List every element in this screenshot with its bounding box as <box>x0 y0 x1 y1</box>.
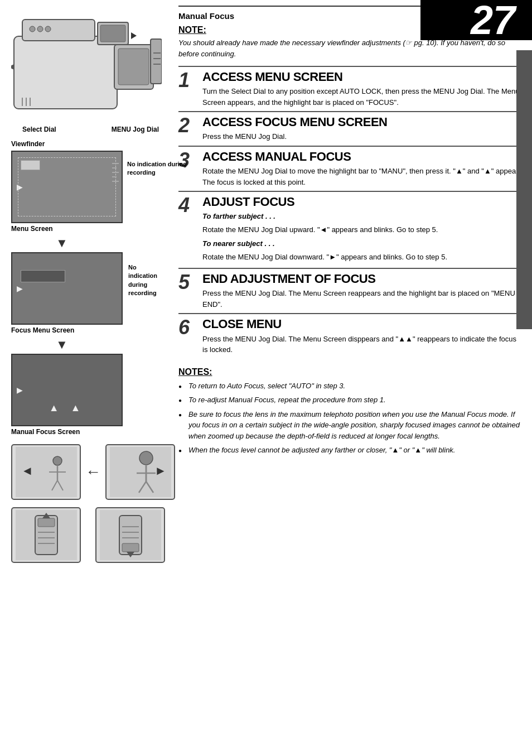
step-1-content: ACCESS MENU SCREEN Turn the Select Dial … <box>202 70 521 108</box>
notes-heading: NOTES: <box>178 367 521 377</box>
menu-screen-box: ▶ No indication during recording <box>11 151 123 223</box>
step-6-body: Press the MENU Jog Dial. The Menu Screen… <box>202 334 521 355</box>
menu-screen-section: ▶ No indication during recording Menu Sc… <box>11 151 162 233</box>
step-4-heading: ADJUST FOCUS <box>202 195 521 209</box>
svg-rect-9 <box>118 49 149 85</box>
arrow-down-2: ▼ <box>56 339 162 351</box>
step-4-sub2-head: To nearer subject . . . <box>202 239 275 248</box>
no-indication-label-1: No indication during recording <box>127 160 191 177</box>
left-column: Select Dial MENU Jog Dial Viewfinder ▶ N… <box>0 6 167 569</box>
select-dial-label: Select Dial <box>22 126 56 133</box>
svg-text:►: ► <box>154 464 167 478</box>
page-number: 27 <box>420 0 532 40</box>
step-2-number: 2 <box>178 115 198 136</box>
svg-point-19 <box>53 456 62 465</box>
step-5-content: END ADJUSTMENT OF FOCUS Press the MENU J… <box>202 272 521 310</box>
step-3-heading: ACCESS MANUAL FOCUS <box>202 150 521 163</box>
menu-screen-inner <box>18 157 116 216</box>
focus-menu-highlight <box>21 270 65 282</box>
right-column: Manual Focus NOTE: You should already ha… <box>167 6 532 569</box>
step-1-number: 1 <box>178 70 198 90</box>
dark-sidebar <box>516 50 532 329</box>
viewfinder-label: Viewfinder <box>11 140 162 148</box>
svg-rect-6 <box>100 25 125 42</box>
step-4: 4 ADJUST FOCUS To farther subject . . . … <box>178 191 521 268</box>
svg-rect-0 <box>14 36 117 109</box>
focus-menu-screen-box: ▶ <box>11 252 123 325</box>
step-2-body: Press the MENU Jog Dial. <box>202 131 521 142</box>
focus-menu-screen-caption: Focus Menu Screen <box>11 326 123 334</box>
svg-rect-10 <box>151 39 162 84</box>
mf-symbols: ▲ ▲ <box>49 402 85 414</box>
step-4-sub1-head: To farther subject . . . <box>202 212 275 220</box>
step-5-body: Press the MENU Jog Dial. The Menu Screen… <box>202 288 521 310</box>
step-5-number: 5 <box>178 272 198 292</box>
note-item-3: Be sure to focus the lens in the maximum… <box>178 409 521 442</box>
svg-marker-7 <box>131 32 137 39</box>
step-6-number: 6 <box>178 317 198 338</box>
manual-focus-screen-box: ▶ ▲ ▲ <box>11 354 123 426</box>
panel-row-2 <box>11 507 165 563</box>
step-4-sub2-body: Rotate the MENU Jog Dial downward. "►" a… <box>202 252 521 263</box>
step-2-content: ACCESS FOCUS MENU SCREEN Press the MENU … <box>202 115 521 142</box>
focus-menu-screen-section: ▶ Focus Menu Screen No indication during… <box>11 252 162 334</box>
menu-jog-dial-label: MENU Jog Dial <box>112 126 159 133</box>
step-5: 5 END ADJUSTMENT OF FOCUS Press the MENU… <box>178 268 521 313</box>
step-1-heading: ACCESS MENU SCREEN <box>202 70 521 84</box>
step-6-heading: CLOSE MENU <box>202 317 521 331</box>
panel-jog-down <box>95 507 165 563</box>
step-1-body: Turn the Select Dial to any position exc… <box>202 86 521 108</box>
svg-point-4 <box>45 26 51 32</box>
svg-point-3 <box>37 26 43 32</box>
svg-rect-34 <box>38 518 55 527</box>
notes-list: To return to Auto Focus, select "AUTO" i… <box>178 381 521 456</box>
panel-far-subject: ◄ <box>11 444 81 500</box>
step-4-body: To farther subject . . . Rotate the MENU… <box>202 211 521 262</box>
tick-marks <box>112 163 119 182</box>
note-text: You should already have made the necessa… <box>178 37 521 59</box>
notes-section: NOTES: To return to Auto Focus, select "… <box>178 367 521 456</box>
step-6: 6 CLOSE MENU Press the MENU Jog Dial. Th… <box>178 313 521 358</box>
step-2-heading: ACCESS FOCUS MENU SCREEN <box>202 115 521 129</box>
panel-near-subject: ► <box>105 444 175 500</box>
mf-screen-triangle: ▶ <box>17 386 23 394</box>
step-4-sub1-body: Rotate the MENU Jog Dial upward. "◄" app… <box>202 224 521 235</box>
camera-illustration <box>11 11 156 123</box>
step-6-content: CLOSE MENU Press the MENU Jog Dial. The … <box>202 317 521 355</box>
svg-point-2 <box>30 26 35 32</box>
focus-menu-triangle: ▶ <box>17 284 23 293</box>
step-4-content: ADJUST FOCUS To farther subject . . . Ro… <box>202 195 521 264</box>
svg-point-26 <box>139 451 153 465</box>
camera-labels: Select Dial MENU Jog Dial <box>11 126 162 133</box>
arrow-down-1: ▼ <box>56 237 162 249</box>
step-4-number: 4 <box>178 195 198 215</box>
step-3: 3 ACCESS MANUAL FOCUS Rotate the MENU Jo… <box>178 146 521 191</box>
panel-left-arrow: ← <box>85 463 101 481</box>
note-item-1: To return to Auto Focus, select "AUTO" i… <box>178 381 521 392</box>
no-indication-label-2: No indication during recording <box>128 263 162 298</box>
step-1: 1 ACCESS MENU SCREEN Turn the Select Dia… <box>178 66 521 111</box>
manual-focus-screen-caption: Manual Focus Screen <box>11 428 162 436</box>
step-3-content: ACCESS MANUAL FOCUS Rotate the MENU Jog … <box>202 150 521 187</box>
bottom-panels: ◄ ← ► <box>11 444 167 563</box>
svg-rect-41 <box>122 543 139 552</box>
note-item-4: When the focus level cannot be adjusted … <box>178 445 521 456</box>
panel-row-1: ◄ ← ► <box>11 444 175 500</box>
note-item-2: To re-adjust Manual Focus, repeat the pr… <box>178 394 521 406</box>
svg-marker-14 <box>11 64 14 70</box>
step-5-heading: END ADJUSTMENT OF FOCUS <box>202 272 521 286</box>
manual-focus-screen-section: ▶ ▲ ▲ Manual Focus Screen <box>11 354 162 436</box>
svg-text:◄: ◄ <box>21 464 33 478</box>
panel-jog-up <box>11 507 81 563</box>
menu-screen-caption: Menu Screen <box>11 225 162 233</box>
step-2: 2 ACCESS FOCUS MENU SCREEN Press the MEN… <box>178 111 521 146</box>
step-3-body: Rotate the MENU Jog Dial to move the hig… <box>202 166 521 187</box>
